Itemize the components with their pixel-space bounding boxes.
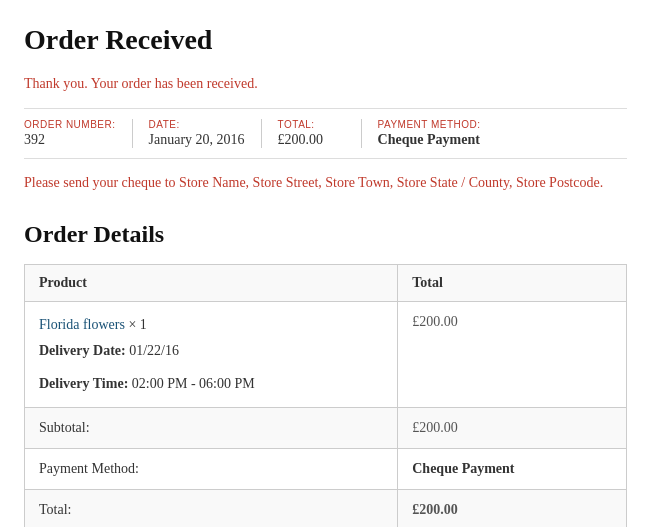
total-label: TOTAL: [278, 119, 345, 130]
payment-method-label-cell: Payment Method: [25, 449, 398, 490]
col-header-total: Total [398, 265, 627, 302]
total-row: Total: £200.00 [25, 490, 627, 527]
product-cell: Florida flowers × 1 Delivery Date: 01/22… [25, 302, 398, 408]
delivery-time-row: Delivery Time: 02:00 PM - 06:00 PM [39, 373, 383, 395]
product-link[interactable]: Florida flowers [39, 317, 125, 332]
date-block: DATE: January 20, 2016 [133, 119, 262, 148]
date-value: January 20, 2016 [149, 132, 245, 148]
product-quantity: × 1 [128, 317, 146, 332]
payment-block: PAYMENT METHOD: Cheque Payment [362, 119, 497, 148]
order-number-value: 392 [24, 132, 116, 148]
delivery-date-label: Delivery Date: [39, 343, 126, 358]
subtotal-label-cell: Subtotal: [25, 408, 398, 449]
delivery-date-value: 01/22/16 [129, 343, 179, 358]
order-details-title: Order Details [24, 221, 627, 248]
total-value: £200.00 [278, 132, 345, 148]
date-label: DATE: [149, 119, 245, 130]
payment-method-row: Payment Method: Cheque Payment [25, 449, 627, 490]
col-header-product: Product [25, 265, 398, 302]
delivery-time-value: 02:00 PM - 06:00 PM [132, 376, 255, 391]
payment-method-value-cell: Cheque Payment [398, 449, 627, 490]
delivery-date-row: Delivery Date: 01/22/16 [39, 340, 383, 362]
payment-value: Cheque Payment [378, 132, 481, 148]
total-value-cell: £200.00 [398, 490, 627, 527]
product-name-row: Florida flowers × 1 [39, 314, 383, 336]
subtotal-row: Subtotal: £200.00 [25, 408, 627, 449]
page-title: Order Received [24, 24, 627, 56]
order-details-table: Product Total Florida flowers × 1 Delive… [24, 264, 627, 527]
subtotal-value-cell: £200.00 [398, 408, 627, 449]
payment-label: PAYMENT METHOD: [378, 119, 481, 130]
table-header-row: Product Total [25, 265, 627, 302]
order-meta: ORDER NUMBER: 392 DATE: January 20, 2016… [24, 108, 627, 159]
delivery-time-label: Delivery Time: [39, 376, 128, 391]
order-number-label: ORDER NUMBER: [24, 119, 116, 130]
cheque-notice: Please send your cheque to Store Name, S… [24, 175, 627, 191]
total-label-cell: Total: [25, 490, 398, 527]
order-number-block: ORDER NUMBER: 392 [24, 119, 133, 148]
product-total-cell: £200.00 [398, 302, 627, 408]
total-block: TOTAL: £200.00 [262, 119, 362, 148]
thank-you-message: Thank you. Your order has been received. [24, 76, 627, 92]
table-row: Florida flowers × 1 Delivery Date: 01/22… [25, 302, 627, 408]
